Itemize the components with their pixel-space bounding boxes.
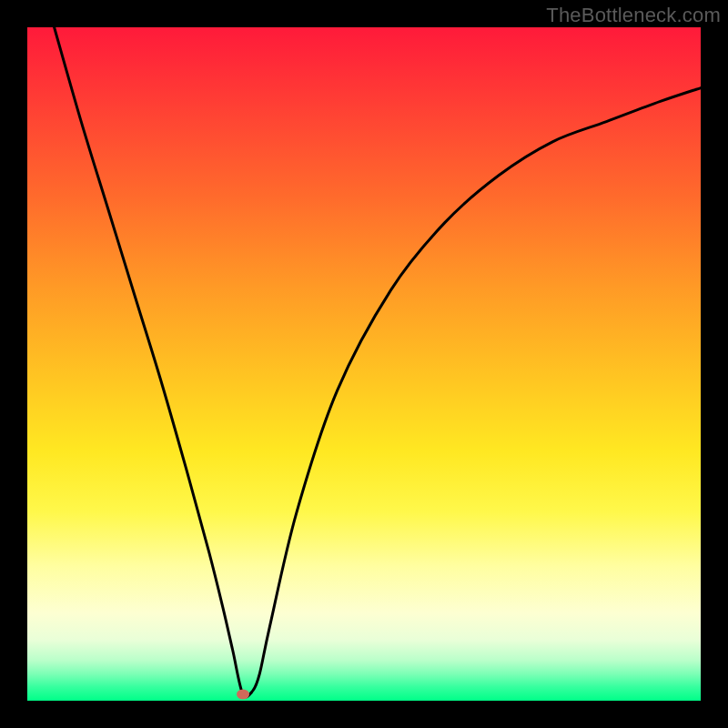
min-point-marker xyxy=(237,689,249,699)
plot-area xyxy=(27,27,701,701)
chart-frame xyxy=(27,27,701,701)
watermark-text: TheBottleneck.com xyxy=(546,4,721,27)
bottleneck-curve xyxy=(27,27,701,701)
